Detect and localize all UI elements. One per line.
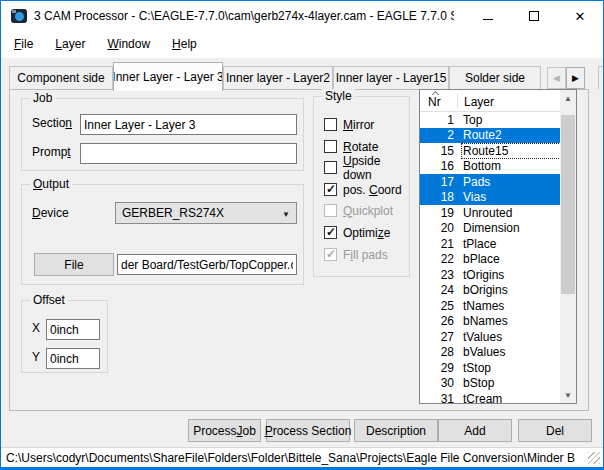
rotate-checkbox-icon — [324, 140, 337, 153]
layer-row-tvalues[interactable]: 27tValues — [420, 329, 560, 345]
del-button[interactable]: Del — [518, 419, 592, 442]
layer-row-tstop[interactable]: 29tStop — [420, 360, 560, 376]
rotate-label: Rotate — [343, 140, 378, 154]
tab-component-side[interactable]: Component side — [9, 66, 113, 89]
layer-row-vias[interactable]: 18Vias — [420, 190, 560, 206]
fill-pads-checkbox-icon: ✓ — [324, 248, 337, 261]
scroll-down-icon[interactable]: ▼ — [560, 387, 576, 403]
optimize-label: Optimize — [343, 226, 390, 240]
tab-inner-layer-15[interactable]: Inner layer - Layer15 — [333, 66, 449, 89]
device-value: GERBER_RS274X — [122, 206, 224, 220]
column-divider[interactable] — [457, 93, 458, 108]
checkbox-mirror[interactable]: Mirror — [324, 117, 374, 132]
output-group: Output Device GERBER_RS274X ▼ File — [21, 184, 304, 285]
app-icon — [11, 9, 27, 23]
status-bar: C:\Users\codyr\Documents\ShareFile\Folde… — [1, 447, 603, 467]
minimize-button[interactable] — [465, 1, 511, 31]
scroll-up-icon[interactable]: ▲ — [560, 90, 576, 106]
window-title: 3 CAM Processor - C:\EAGLE-7.7.0\cam\ger… — [34, 9, 454, 23]
upside-down-checkbox-icon — [324, 161, 337, 174]
offset-y-input[interactable] — [46, 348, 100, 369]
tab-scroll-right-button[interactable]: ▶ — [566, 67, 585, 89]
checkbox-rotate[interactable]: Rotate — [324, 139, 378, 154]
title-bar: 3 CAM Processor - C:\EAGLE-7.7.0\cam\ger… — [1, 1, 603, 31]
offset-group: Offset X Y — [21, 300, 108, 373]
tab-inner-layer-2[interactable]: Inner layer - Layer2 — [223, 66, 333, 89]
layer-row-bottom[interactable]: 16Bottom — [420, 159, 560, 175]
job-group-title: Job — [30, 91, 55, 105]
prompt-label: Prompt — [32, 145, 71, 159]
layer-list-scrollbar[interactable]: ▲ ▼ — [560, 90, 576, 403]
offset-y-label: Y — [32, 350, 40, 364]
layer-row-bstop[interactable]: 30bStop — [420, 376, 560, 392]
section-input[interactable] — [80, 114, 297, 135]
menu-file[interactable]: File — [3, 31, 44, 58]
add-button[interactable]: Add — [438, 419, 512, 442]
left-arrow-icon: ◀ — [553, 73, 560, 83]
layer-row-route2[interactable]: 2Route2 — [420, 128, 560, 144]
menu-help[interactable]: Help — [161, 31, 208, 58]
right-arrow-icon: ▶ — [572, 73, 579, 83]
style-group-title: Style — [322, 89, 355, 103]
layer-row-pads[interactable]: 17Pads — [420, 174, 560, 190]
layer-row-top[interactable]: 1Top — [420, 112, 560, 128]
section-label: Section — [32, 116, 72, 130]
status-path: C:\Users\codyr\Documents\ShareFile\Folde… — [6, 451, 575, 465]
quickplot-checkbox-icon — [324, 204, 337, 217]
layer-row-unrouted[interactable]: 19Unrouted — [420, 205, 560, 221]
cam-processor-window: 3 CAM Processor - C:\EAGLE-7.7.0\cam\ger… — [0, 0, 604, 470]
tab-inner-layer-3[interactable]: Inner Layer - Layer 3 — [113, 62, 223, 91]
resize-grip[interactable] — [588, 452, 600, 464]
layer-row-bplace[interactable]: 22bPlace — [420, 252, 560, 268]
file-path-input[interactable] — [117, 254, 297, 275]
checkbox-pos-coord[interactable]: ✓pos. Coord — [324, 182, 402, 197]
checkbox-quickplot: Quickplot — [324, 203, 393, 218]
upside-down-label: Upside down — [343, 154, 409, 182]
layer-row-tplace[interactable]: 21tPlace — [420, 236, 560, 252]
check-icon: ✓ — [326, 182, 336, 196]
mirror-checkbox-icon — [324, 118, 337, 131]
checkbox-upside-down[interactable]: Upside down — [324, 160, 409, 175]
checkbox-optimize[interactable]: ✓Optimize — [324, 225, 390, 240]
layer-list-header[interactable]: Nr Layer — [420, 90, 560, 112]
offset-x-label: X — [32, 321, 40, 335]
layer-row-bvalues[interactable]: 28bValues — [420, 345, 560, 361]
fill-pads-label: Fill pads — [343, 248, 388, 262]
layer-row-bnames[interactable]: 26bNames — [420, 314, 560, 330]
layer-row-torigins[interactable]: 23tOrigins — [420, 267, 560, 283]
tab-solder-side[interactable]: Solder side — [449, 66, 541, 89]
menu-layer[interactable]: Layer — [44, 31, 96, 58]
offset-x-input[interactable] — [46, 319, 100, 340]
maximize-icon — [529, 11, 539, 21]
chevron-down-icon: ▼ — [282, 210, 290, 219]
mirror-label: Mirror — [343, 118, 374, 132]
check-icon: ✓ — [326, 225, 336, 239]
file-button-label: File — [64, 258, 83, 272]
close-icon: ✕ — [575, 10, 586, 23]
file-button[interactable]: File — [34, 253, 114, 276]
process-section-button[interactable]: Process Section — [266, 419, 350, 442]
scrollbar-thumb[interactable] — [561, 115, 575, 294]
tab-scroll-left-button[interactable]: ◀ — [547, 67, 566, 89]
description-button[interactable]: Description — [354, 419, 438, 442]
check-icon: ✓ — [326, 247, 336, 261]
layer-row-route15[interactable]: 15Route15 — [420, 143, 560, 159]
layer-row-tnames[interactable]: 25tNames — [420, 298, 560, 314]
prompt-input[interactable] — [80, 143, 297, 164]
style-group: Style Mirror Rotate Upside down ✓pos. Co… — [313, 96, 410, 277]
process-job-button[interactable]: Process Job — [188, 419, 261, 442]
layer-row-tcream[interactable]: 31tCream — [420, 391, 560, 403]
maximize-button[interactable] — [511, 1, 557, 31]
device-dropdown[interactable]: GERBER_RS274X ▼ — [115, 202, 297, 224]
menu-window[interactable]: Window — [96, 31, 161, 58]
quickplot-label: Quickplot — [343, 204, 393, 218]
partial-tab-sliver — [598, 66, 604, 89]
close-button[interactable]: ✕ — [557, 1, 603, 31]
layer-rows: 1Top 2Route2 15Route15 16Bottom 17Pads 1… — [420, 112, 560, 403]
layer-row-borigins[interactable]: 24bOrigins — [420, 283, 560, 299]
layer-row-dimension[interactable]: 20Dimension — [420, 221, 560, 237]
minimize-icon — [483, 19, 493, 20]
column-header-nr[interactable]: Nr — [428, 95, 441, 109]
column-header-layer[interactable]: Layer — [464, 95, 494, 109]
pos-coord-label: pos. Coord — [343, 183, 402, 197]
